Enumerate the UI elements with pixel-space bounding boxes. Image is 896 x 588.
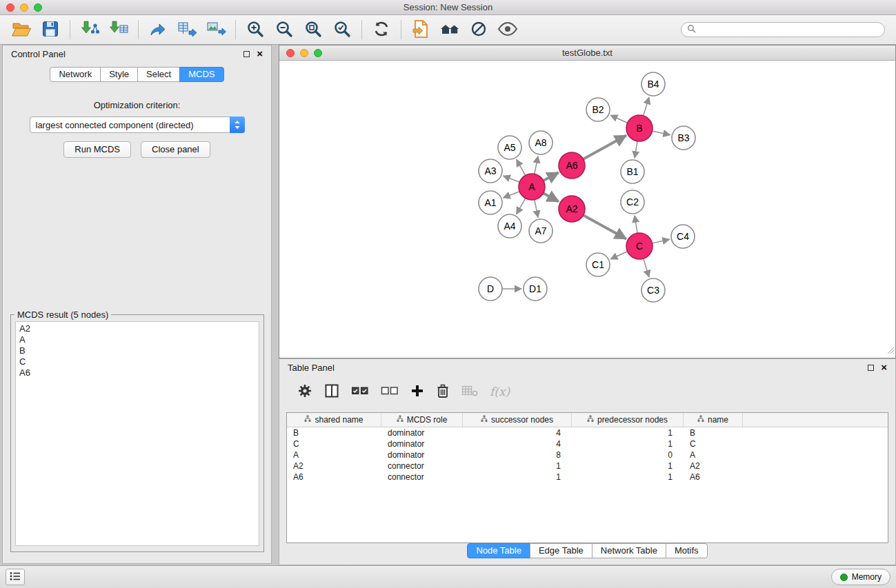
close-panel-icon[interactable]: × — [257, 50, 263, 58]
table-row[interactable]: A6connector11A6 — [287, 472, 888, 483]
edge-A-A8[interactable] — [535, 156, 538, 174]
edge-C-C3[interactable] — [644, 258, 649, 277]
toolbar-search[interactable] — [681, 22, 885, 37]
node-table[interactable]: shared nameMCDS rolesuccessor nodesprede… — [286, 412, 888, 543]
edge-A-A2[interactable] — [544, 193, 559, 201]
edge-B-B1[interactable] — [635, 141, 637, 158]
tab-network[interactable]: Network — [50, 67, 101, 82]
node-B2[interactable]: B2 — [586, 98, 610, 121]
mcds-result-list[interactable]: A2ABCA6 — [15, 321, 259, 546]
first-neighbors-button[interactable] — [435, 17, 464, 43]
edge-B-B2[interactable] — [610, 115, 627, 123]
node-B4[interactable]: B4 — [641, 72, 665, 96]
node-A[interactable]: A — [519, 174, 545, 200]
run-mcds-button[interactable]: Run MCDS — [63, 141, 131, 158]
export-network-button[interactable] — [143, 17, 172, 43]
save-session-button[interactable] — [36, 17, 65, 43]
close-panel-button[interactable]: Close panel — [141, 141, 210, 158]
edge-B-B3[interactable] — [653, 131, 670, 135]
table-row[interactable]: Bdominator41B — [287, 427, 888, 438]
edge-C-C4[interactable] — [653, 239, 670, 243]
close-panel-icon[interactable]: × — [881, 363, 887, 372]
edge-C-C1[interactable] — [610, 252, 627, 259]
column-header-shared-name[interactable]: shared name — [287, 413, 381, 427]
node-B3[interactable]: B3 — [672, 126, 695, 150]
node-B1[interactable]: B1 — [621, 160, 644, 183]
node-C3[interactable]: C3 — [641, 278, 665, 302]
node-A8[interactable]: A8 — [529, 131, 552, 154]
zoom-fit-button[interactable] — [299, 17, 328, 43]
add-row-button[interactable] — [410, 383, 424, 401]
table-row[interactable]: Adominator80A — [287, 449, 888, 460]
result-item-a[interactable]: A — [19, 334, 255, 345]
node-B[interactable]: B — [626, 115, 653, 141]
edge-A-A7[interactable] — [535, 200, 538, 218]
network-canvas[interactable]: B4B2BB3A5A8A6A3B1AA1C2A2A4A7C4CC1C3DD1 — [279, 61, 895, 358]
import-network-file-button[interactable] — [75, 17, 104, 43]
node-C4[interactable]: C4 — [671, 225, 695, 248]
column-header-successor-nodes[interactable]: successor nodes — [463, 413, 572, 427]
export-table-button[interactable] — [172, 17, 201, 43]
deselect-all-button[interactable] — [381, 383, 399, 401]
node-C2[interactable]: C2 — [621, 190, 644, 214]
result-item-a6[interactable]: A6 — [19, 367, 255, 378]
node-A3[interactable]: A3 — [479, 159, 502, 183]
zoom-selected-button[interactable] — [328, 17, 357, 43]
column-header-MCDS-role[interactable]: MCDS role — [381, 413, 463, 427]
tab-motifs[interactable]: Motifs — [666, 543, 708, 558]
edge-A-A3[interactable] — [504, 176, 520, 182]
node-A6[interactable]: A6 — [559, 152, 585, 179]
edge-A-A5[interactable] — [517, 159, 526, 175]
edge-A-A4[interactable] — [517, 199, 526, 214]
criterion-dropdown[interactable]: largest connected component (directed) — [30, 116, 245, 133]
node-A7[interactable]: A7 — [529, 219, 552, 243]
float-panel-icon[interactable] — [868, 365, 874, 371]
tab-mcds[interactable]: MCDS — [179, 67, 223, 82]
node-C[interactable]: C — [626, 233, 653, 259]
show-columns-button[interactable] — [324, 383, 339, 401]
resize-grip-icon[interactable] — [886, 345, 895, 357]
node-D1[interactable]: D1 — [524, 277, 547, 301]
edge-A-A1[interactable] — [504, 192, 520, 198]
result-item-b[interactable]: B — [19, 345, 255, 356]
open-session-file-button[interactable] — [406, 17, 435, 43]
table-row[interactable]: Cdominator41C — [287, 438, 888, 449]
memory-button[interactable]: Memory — [831, 569, 890, 585]
edge-C-C2[interactable] — [635, 216, 637, 233]
node-D[interactable]: D — [479, 277, 502, 301]
table-row[interactable]: A2connector11A2 — [287, 460, 888, 472]
export-image-button[interactable] — [201, 17, 230, 43]
sort-hierarchy-icon — [304, 415, 311, 425]
tab-network-table[interactable]: Network Table — [592, 543, 666, 558]
show-hide-button[interactable] — [493, 17, 522, 43]
show-panels-button[interactable] — [6, 569, 25, 585]
search-input[interactable] — [699, 25, 879, 34]
edge-B-B4[interactable] — [644, 97, 649, 116]
zoom-in-button[interactable] — [241, 17, 270, 43]
zoom-out-button[interactable] — [270, 17, 299, 43]
table-settings-button[interactable] — [297, 383, 312, 401]
tab-edge-table[interactable]: Edge Table — [530, 543, 593, 558]
node-A4[interactable]: A4 — [498, 214, 521, 238]
node-A1[interactable]: A1 — [479, 191, 502, 214]
tab-node-table[interactable]: Node Table — [467, 543, 530, 558]
result-item-a2[interactable]: A2 — [19, 323, 255, 334]
tab-style[interactable]: Style — [100, 67, 138, 82]
edge-A-A6[interactable] — [544, 172, 559, 181]
float-panel-icon[interactable] — [243, 51, 250, 57]
node-C1[interactable]: C1 — [586, 253, 610, 276]
open-file-button[interactable] — [7, 17, 36, 43]
edge-A6-B[interactable] — [584, 136, 626, 159]
tab-select[interactable]: Select — [137, 67, 180, 82]
select-all-button[interactable] — [351, 383, 369, 401]
graphics-details-button[interactable] — [464, 17, 493, 43]
import-table-file-button[interactable] — [104, 17, 133, 43]
node-A2[interactable]: A2 — [559, 196, 585, 222]
node-A5[interactable]: A5 — [498, 136, 521, 159]
refresh-layout-button[interactable] — [367, 17, 396, 43]
delete-row-button[interactable] — [436, 383, 450, 401]
result-item-c[interactable]: C — [19, 356, 255, 367]
column-header-predecessor-nodes[interactable]: predecessor nodes — [572, 413, 684, 427]
edge-A2-C[interactable] — [584, 215, 626, 239]
column-header-name[interactable]: name — [684, 413, 743, 427]
